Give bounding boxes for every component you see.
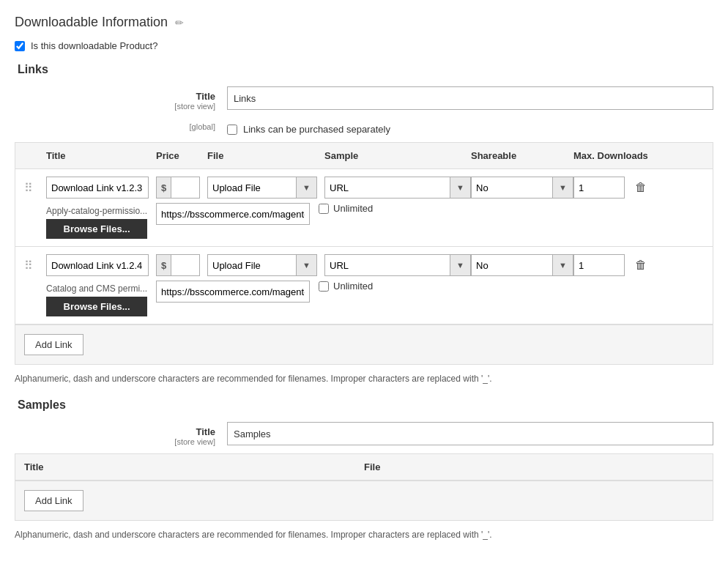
row2-price-input[interactable] xyxy=(171,254,200,276)
row1-sample-url-area xyxy=(156,203,310,225)
samples-title-label-col: Title [store view] xyxy=(15,422,227,446)
row2-file-select-group: Upload File URL ▼ xyxy=(207,254,317,276)
samples-table-header: Title File xyxy=(15,454,713,481)
links-global-label: [global] xyxy=(15,122,215,131)
samples-add-row: Add Link xyxy=(15,481,713,520)
header-file: File xyxy=(207,150,324,161)
row1-bottom: Apply-catalog-permissio... Browse Files.… xyxy=(24,203,704,239)
row2-shareable-col: No Yes ▼ xyxy=(471,254,573,276)
drag-handle-1[interactable]: ⠿ xyxy=(24,181,46,195)
links-note: Alphanumeric, dash and underscore charac… xyxy=(15,374,713,384)
row1-title-input[interactable] xyxy=(46,177,149,199)
samples-header-title: Title xyxy=(24,461,364,472)
links-global-row: [global] Links can be purchased separate… xyxy=(15,118,713,135)
row1-unlimited-label: Unlimited xyxy=(333,203,373,214)
row2-file-name: Catalog and CMS permi... xyxy=(46,283,147,294)
row2-maxdown-group: 🗑 xyxy=(573,254,704,276)
row2-sample-col: URL Upload File ▼ xyxy=(324,254,471,276)
row2-bottom: Catalog and CMS permi... Browse Files...… xyxy=(24,281,704,316)
row1-price-group: $ xyxy=(156,177,207,199)
row2-unlimited-checkbox[interactable] xyxy=(319,281,329,292)
row2-shareable-select[interactable]: No Yes xyxy=(471,254,553,276)
row1-sample-col: URL Upload File ▼ xyxy=(324,177,471,199)
row2-file-select[interactable]: Upload File URL xyxy=(207,254,297,276)
row2-sample-url[interactable] xyxy=(156,281,310,303)
links-purchasable-checkbox[interactable] xyxy=(227,125,237,135)
links-title-label-col: Title [store view] xyxy=(15,86,227,111)
downloadable-label: Is this downloadable Product? xyxy=(31,40,157,51)
samples-section-title: Samples xyxy=(15,398,713,412)
row1-sample-arrow[interactable]: ▼ xyxy=(450,177,471,199)
row2-sample-arrow[interactable]: ▼ xyxy=(450,254,471,276)
row1-shareable-arrow[interactable]: ▼ xyxy=(553,177,573,199)
row1-sample-group: URL Upload File ▼ xyxy=(324,177,471,199)
row1-file-info: Apply-catalog-permissio... Browse Files.… xyxy=(46,203,147,239)
samples-add-link-btn[interactable]: Add Link xyxy=(24,490,83,511)
downloadable-checkbox[interactable] xyxy=(15,41,25,51)
row1-sample-select[interactable]: URL Upload File xyxy=(324,177,450,199)
row1-shareable-select[interactable]: No Yes xyxy=(471,177,553,199)
row2-title-input[interactable] xyxy=(46,254,149,276)
samples-header-file: File xyxy=(364,461,704,472)
row1-browse-btn[interactable]: Browse Files... xyxy=(46,219,147,239)
row1-delete-btn[interactable]: 🗑 xyxy=(631,179,651,196)
row2-browse-btn[interactable]: Browse Files... xyxy=(46,297,147,316)
links-add-link-btn[interactable]: Add Link xyxy=(24,334,83,355)
links-title-field-col xyxy=(227,86,713,110)
row2-title-col xyxy=(46,254,156,276)
links-title-input[interactable] xyxy=(227,86,713,110)
row1-file-select[interactable]: Upload File URL xyxy=(207,177,297,199)
samples-title-label: Title xyxy=(15,426,215,437)
row2-maxdown-input[interactable] xyxy=(573,254,625,276)
row-top-1: ⠿ $ Upload File URL ▼ xyxy=(24,177,704,199)
links-table-header: Title Price File Sample Shareable Max. D… xyxy=(15,143,713,169)
row1-unlimited-checkbox[interactable] xyxy=(319,204,329,214)
links-purchasable-col: Links can be purchased separately xyxy=(227,118,713,135)
links-purchasable-label: Links can be purchased separately xyxy=(243,124,390,135)
row2-sample-select[interactable]: URL Upload File xyxy=(324,254,450,276)
row2-delete-btn[interactable]: 🗑 xyxy=(631,257,651,273)
page-header: Downloadable Information ✏ xyxy=(15,15,713,30)
table-row: ⠿ $ Upload File URL ▼ xyxy=(15,169,713,247)
drag-handle-2[interactable]: ⠿ xyxy=(24,259,46,272)
samples-title-row: Title [store view] xyxy=(15,422,713,446)
page-title: Downloadable Information xyxy=(15,15,168,30)
row2-sample-url-area xyxy=(156,281,310,303)
row1-file-col: Upload File URL ▼ xyxy=(207,177,324,199)
links-purchasable-row: Links can be purchased separately xyxy=(227,124,713,135)
row1-sample-url[interactable] xyxy=(156,203,310,225)
row2-file-col: Upload File URL ▼ xyxy=(207,254,324,276)
table-row: ⠿ $ Upload File URL ▼ xyxy=(15,247,713,324)
header-sample: Sample xyxy=(324,150,471,161)
row1-unlimited-row: Unlimited xyxy=(319,203,373,214)
row1-unlimited-area: Unlimited xyxy=(319,203,373,214)
row2-shareable-group: No Yes ▼ xyxy=(471,254,573,276)
header-shareable: Shareable xyxy=(471,150,573,161)
row2-unlimited-row: Unlimited xyxy=(319,281,373,292)
samples-title-field-col xyxy=(227,422,713,445)
row1-title-col xyxy=(46,177,156,199)
downloadable-checkbox-row: Is this downloadable Product? xyxy=(15,40,713,51)
row1-file-name: Apply-catalog-permissio... xyxy=(46,206,147,216)
links-add-row: Add Link xyxy=(15,324,713,364)
header-title: Title xyxy=(46,150,156,161)
row1-shareable-group: No Yes ▼ xyxy=(471,177,573,199)
row2-file-arrow[interactable]: ▼ xyxy=(297,254,317,276)
row2-shareable-arrow[interactable]: ▼ xyxy=(553,254,573,276)
header-price: Price xyxy=(156,150,207,161)
samples-title-input[interactable] xyxy=(227,422,713,445)
row1-shareable-col: No Yes ▼ xyxy=(471,177,573,199)
links-title-sub1: [store view] xyxy=(15,102,215,111)
row2-unlimited-label: Unlimited xyxy=(333,281,373,292)
row1-file-arrow[interactable]: ▼ xyxy=(297,177,317,199)
edit-icon[interactable]: ✏ xyxy=(175,17,184,29)
row2-file-info: Catalog and CMS permi... Browse Files... xyxy=(46,281,147,316)
row2-sample-group: URL Upload File ▼ xyxy=(324,254,471,276)
links-title-row: Title [store view] xyxy=(15,86,713,111)
row1-price-input[interactable] xyxy=(171,177,200,199)
links-table: Title Price File Sample Shareable Max. D… xyxy=(15,142,713,365)
samples-title-sub: [store view] xyxy=(15,437,215,446)
header-maxdown: Max. Downloads xyxy=(573,150,704,161)
samples-section: Samples Title [store view] Title File Ad… xyxy=(15,398,713,521)
row1-maxdown-input[interactable] xyxy=(573,177,625,199)
